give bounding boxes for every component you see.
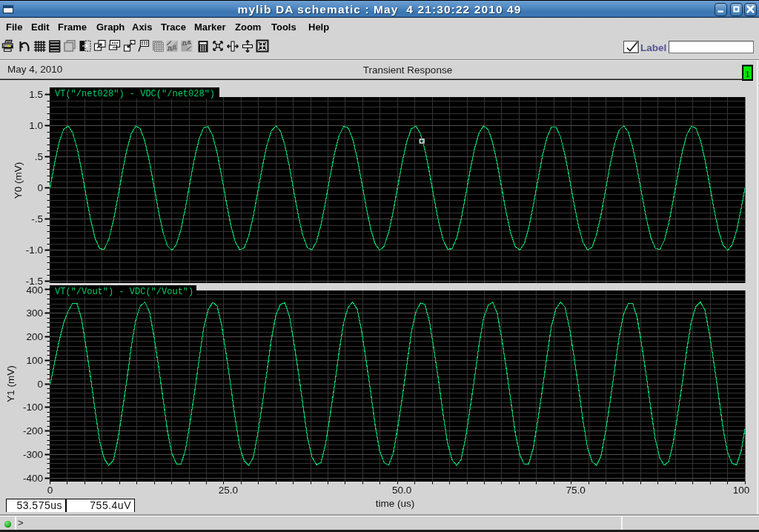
svg-text:-1.0: -1.0: [26, 245, 43, 256]
svg-text:1: 1: [745, 68, 750, 79]
svg-text:1.0: 1.0: [29, 120, 43, 131]
svg-text:Transient Response: Transient Response: [363, 64, 452, 76]
svg-text:100: 100: [733, 485, 750, 496]
svg-text:0: 0: [37, 182, 43, 193]
svg-text:-200: -200: [23, 425, 43, 436]
svg-text:-100: -100: [23, 402, 43, 413]
svg-text:300: 300: [26, 307, 43, 319]
svg-text:-300: -300: [23, 449, 43, 460]
svg-text:100: 100: [26, 355, 43, 366]
svg-text:75.0: 75.0: [566, 485, 585, 496]
svg-text:Y1 (mV): Y1 (mV): [5, 365, 16, 402]
svg-text:200: 200: [26, 331, 43, 342]
svg-text:VT("/Vout") - VDC("/Vout"): VT("/Vout") - VDC("/Vout"): [55, 287, 193, 297]
svg-text:VT("/net028") - VDC("/net028"): VT("/net028") - VDC("/net028"): [55, 89, 215, 99]
svg-text:0: 0: [37, 379, 43, 390]
svg-text:50.0: 50.0: [392, 485, 411, 496]
svg-text:-400: -400: [23, 473, 43, 484]
svg-text:Y0 (mV): Y0 (mV): [13, 162, 24, 199]
svg-text:25.0: 25.0: [219, 485, 238, 496]
svg-text:time (us): time (us): [376, 498, 415, 509]
svg-text:0: 0: [47, 485, 53, 496]
svg-text:400: 400: [26, 285, 43, 296]
svg-text:-.5: -.5: [31, 213, 43, 225]
svg-text:1.5: 1.5: [29, 89, 43, 100]
svg-text:.5: .5: [35, 151, 43, 162]
svg-text:May 4, 2010: May 4, 2010: [7, 64, 62, 75]
